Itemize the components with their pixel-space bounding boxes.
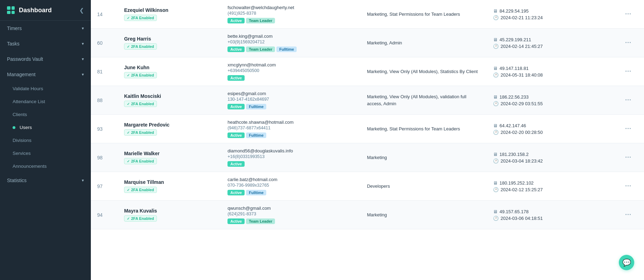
row-number: 94 bbox=[91, 201, 118, 229]
sidebar-nav-passwords-vault[interactable]: Passwords Vault ▾ bbox=[0, 51, 91, 67]
tag-list: ActiveFulltime bbox=[227, 190, 354, 195]
row-actions-button[interactable]: ··· bbox=[622, 181, 634, 191]
row-actions-button[interactable]: ··· bbox=[622, 38, 634, 48]
row-actions-button[interactable]: ··· bbox=[622, 124, 634, 134]
row-actions-button[interactable]: ··· bbox=[622, 9, 634, 19]
meta-date: 🕐 2024-03-04 18:23:42 bbox=[493, 158, 606, 164]
row-meta: 🖥 45.229.199.211 🕐 2024-02-14 21:45:27 bbox=[487, 29, 613, 57]
sidebar-nav-timers[interactable]: Timers ▾ bbox=[0, 21, 91, 36]
row-number: 88 bbox=[91, 86, 118, 115]
meta-ip: 🖥 181.230.158.2 bbox=[493, 152, 606, 157]
tag-team-leader: Team Leader bbox=[246, 18, 275, 23]
row-role: Marketing, Admin bbox=[361, 29, 486, 57]
row-actions[interactable]: ··· bbox=[613, 172, 644, 201]
table-row: 60 Greg Harris ✓ 2FA Enabled bette.king@… bbox=[91, 29, 644, 57]
contact-email: diamond56@douglaskuvalis.info bbox=[227, 148, 354, 153]
table-row: 14 Ezequiel Wilkinson ✓ 2FA Enabled fsch… bbox=[91, 0, 644, 29]
row-actions[interactable]: ··· bbox=[613, 201, 644, 229]
sidebar-nav-tasks[interactable]: Tasks ▾ bbox=[0, 36, 91, 51]
tag-active: Active bbox=[227, 104, 245, 109]
row-actions[interactable]: ··· bbox=[613, 0, 644, 29]
sidebar-item-announcements[interactable]: Announcements bbox=[0, 160, 91, 173]
contact-email: carlie.batz@hotmail.com bbox=[227, 177, 354, 182]
role-text: Marketing, Stat Permissions for Team Lea… bbox=[367, 126, 460, 131]
chevron-down-icon: ▾ bbox=[82, 41, 84, 46]
monitor-icon: 🖥 bbox=[493, 66, 498, 71]
sidebar-sub-label-users: Users bbox=[20, 125, 32, 130]
sidebar-item-attendance-list[interactable]: Attendance List bbox=[0, 95, 91, 108]
fab-button[interactable]: 💬 bbox=[619, 255, 634, 270]
user-name: Marquise Tillman bbox=[124, 179, 215, 185]
tag-active: Active bbox=[227, 190, 245, 195]
row-actions-button[interactable]: ··· bbox=[622, 152, 634, 163]
row-actions[interactable]: ··· bbox=[613, 57, 644, 86]
table-row: 81 June Kuhn ✓ 2FA Enabled xmcglynn@hotm… bbox=[91, 57, 644, 86]
sidebar-item-label-timers: Timers bbox=[7, 26, 22, 31]
sidebar-nav-management[interactable]: Management ▾ bbox=[0, 67, 91, 82]
monitor-icon: 🖥 bbox=[493, 152, 498, 157]
sidebar-item-label-passwords-vault: Passwords Vault bbox=[7, 56, 43, 62]
contact-phone: (491)925-8378 bbox=[227, 11, 354, 16]
sidebar: Dashboard ❮ Timers ▾ Tasks ▾ Passwords V… bbox=[0, 0, 91, 280]
row-actions[interactable]: ··· bbox=[613, 29, 644, 57]
badge-2fa: ✓ 2FA Enabled bbox=[124, 215, 157, 222]
clock-icon: 🕐 bbox=[493, 130, 499, 135]
tag-active: Active bbox=[227, 132, 245, 138]
row-meta: 🖥 186.22.56.233 🕐 2024-02-29 03:51:55 bbox=[487, 86, 613, 115]
meta-ip: 🖥 186.22.56.233 bbox=[493, 94, 606, 100]
row-user: Ezequiel Wilkinson ✓ 2FA Enabled bbox=[118, 0, 221, 29]
row-user: Kaitlin Mosciski ✓ 2FA Enabled bbox=[118, 86, 221, 115]
contact-email: heathcote.shawna@hotmail.com bbox=[227, 120, 354, 125]
tag-list: Active bbox=[227, 161, 354, 167]
row-actions-button[interactable]: ··· bbox=[622, 210, 634, 220]
row-user: Marquise Tillman ✓ 2FA Enabled bbox=[118, 172, 221, 201]
user-name: Kaitlin Mosciski bbox=[124, 93, 215, 99]
tag-list: ActiveTeam LeaderFulltime bbox=[227, 46, 354, 52]
role-text: Marketing, View Only (All Modules), vali… bbox=[367, 94, 466, 106]
role-text: Marketing, Stat Permissions for Team Lea… bbox=[367, 12, 460, 17]
row-meta: 🖥 180.195.252.102 🕐 2024-02-12 15:25:27 bbox=[487, 172, 613, 201]
row-meta: 🖥 84.229.54.195 🕐 2024-02-21 11:23:24 bbox=[487, 0, 613, 29]
sidebar-nav-statistics[interactable]: Statistics ▾ bbox=[0, 173, 91, 188]
tag-fulltime: Fulltime bbox=[276, 46, 297, 52]
meta-date: 🕐 2024-02-20 00:28:50 bbox=[493, 130, 606, 135]
sidebar-collapse-button[interactable]: ❮ bbox=[79, 7, 84, 14]
badge-2fa: ✓ 2FA Enabled bbox=[124, 15, 157, 21]
sidebar-item-validate-hours[interactable]: Validate Hours bbox=[0, 82, 91, 95]
sidebar-item-divisions[interactable]: Divisions bbox=[0, 134, 91, 147]
row-user: Marielle Walker ✓ 2FA Enabled bbox=[118, 143, 221, 172]
clock-icon: 🕐 bbox=[493, 187, 499, 192]
monitor-icon: 🖥 bbox=[493, 209, 498, 214]
monitor-icon: 🖥 bbox=[493, 123, 498, 128]
tag-team-leader: Team Leader bbox=[246, 218, 275, 224]
check-icon: ✓ bbox=[127, 159, 130, 163]
badge-2fa: ✓ 2FA Enabled bbox=[124, 129, 157, 136]
sidebar-item-clients[interactable]: Clients bbox=[0, 108, 91, 121]
row-role: Developers bbox=[361, 172, 486, 201]
tag-active: Active bbox=[227, 46, 245, 52]
row-role: Marketing, View Only (All Modules), vali… bbox=[361, 86, 486, 115]
user-name: Ezequiel Wilkinson bbox=[124, 7, 215, 13]
row-contact: qwunsch@gmail.com (624)291-8373 ActiveTe… bbox=[221, 201, 361, 229]
row-actions[interactable]: ··· bbox=[613, 86, 644, 115]
row-actions-button[interactable]: ··· bbox=[622, 66, 634, 77]
tag-list: ActiveFulltime bbox=[227, 104, 354, 109]
row-actions[interactable]: ··· bbox=[613, 143, 644, 172]
row-actions-button[interactable]: ··· bbox=[622, 95, 634, 105]
badge-2fa: ✓ 2FA Enabled bbox=[124, 72, 157, 78]
sidebar-sub-label-validate-hours: Validate Hours bbox=[13, 86, 43, 91]
sidebar-item-services[interactable]: Services bbox=[0, 147, 91, 160]
row-user: Greg Harris ✓ 2FA Enabled bbox=[118, 29, 221, 57]
table-row: 93 Margarete Predovic ✓ 2FA Enabled heat… bbox=[91, 115, 644, 143]
sidebar-item-users[interactable]: Users bbox=[0, 121, 91, 134]
user-name: Margarete Predovic bbox=[124, 122, 215, 128]
monitor-icon: 🖥 bbox=[493, 37, 498, 42]
row-actions[interactable]: ··· bbox=[613, 115, 644, 143]
badge-2fa: ✓ 2FA Enabled bbox=[124, 187, 157, 193]
row-contact: heathcote.shawna@hotmail.com (946)737-68… bbox=[221, 115, 361, 143]
chevron-down-icon: ▾ bbox=[82, 57, 84, 62]
clock-icon: 🕐 bbox=[493, 158, 499, 164]
fab-icon: 💬 bbox=[622, 258, 631, 267]
row-number: 14 bbox=[91, 0, 118, 29]
row-meta: 🖥 181.230.158.2 🕐 2024-03-04 18:23:42 bbox=[487, 143, 613, 172]
